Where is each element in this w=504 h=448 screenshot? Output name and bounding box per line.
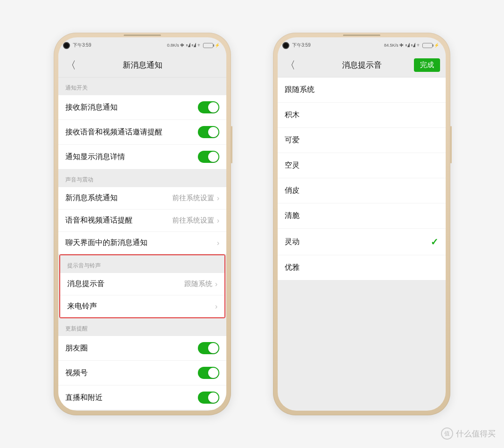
sound-label: 清脆 [285, 211, 300, 221]
cell-label: 语音和视频通话提醒 [65, 216, 133, 225]
sound-option-lively[interactable]: 灵动 ✓ [278, 229, 446, 255]
watermark-icon: 值 [441, 427, 453, 440]
row-channels[interactable]: 视频号 [58, 361, 226, 385]
speaker-slot [343, 35, 380, 36]
screen-right: 下午3:59 84.5K/s ✱ ▯◢ ▯◢ ᯤ ⚡ 〈 消息提示音 完成 跟随… [278, 37, 446, 411]
section-header: 声音与震动 [58, 169, 226, 187]
sound-option-crisp[interactable]: 清脆 [278, 203, 446, 229]
section-header: 通知开关 [58, 77, 226, 95]
chevron-right-icon: › [217, 239, 219, 247]
back-button[interactable]: 〈 [283, 56, 297, 74]
cell-label: 接收语音和视频通话邀请提醒 [65, 127, 162, 137]
cell-label: 聊天界面中的新消息通知 [65, 238, 147, 248]
cell-value: 前往系统设置 [172, 194, 214, 203]
sound-label: 灵动 [285, 237, 300, 247]
toggle-switch[interactable] [198, 342, 219, 354]
cell-label: 朋友圈 [65, 343, 88, 353]
highlighted-section: 提示音与铃声 消息提示音 跟随系统› 来电铃声 › [59, 254, 225, 318]
back-button[interactable]: 〈 [64, 56, 78, 74]
row-receive-call[interactable]: 接收语音和视频通话邀请提醒 [58, 120, 226, 145]
cell-label: 新消息系统通知 [65, 193, 118, 203]
phone-right: 下午3:59 84.5K/s ✱ ▯◢ ▯◢ ᯤ ⚡ 〈 消息提示音 完成 跟随… [273, 33, 450, 415]
status-icons: ✱ ▯◢ ▯◢ ᯤ [180, 43, 202, 48]
battery-icon [203, 43, 213, 48]
cell-label: 通知显示消息详情 [65, 152, 125, 162]
sound-label: 俏皮 [285, 186, 300, 196]
row-show-detail[interactable]: 通知显示消息详情 [58, 145, 226, 169]
toggle-switch[interactable] [198, 392, 219, 404]
net-speed: 0.8K/s [167, 43, 179, 48]
row-moments[interactable]: 朋友圈 [58, 336, 226, 361]
charging-icon: ⚡ [215, 43, 220, 48]
row-msg-sound[interactable]: 消息提示音 跟随系统› [60, 273, 224, 295]
row-receive-msg[interactable]: 接收新消息通知 [58, 95, 226, 120]
chevron-right-icon: › [217, 194, 219, 203]
speaker-slot [124, 35, 161, 36]
toggle-switch[interactable] [198, 101, 219, 113]
row-system-notify[interactable]: 新消息系统通知 前往系统设置› [58, 187, 226, 210]
done-button[interactable]: 完成 [414, 58, 440, 72]
sound-label: 优雅 [285, 263, 300, 273]
chevron-right-icon: › [217, 217, 219, 225]
cell-label: 消息提示音 [67, 279, 105, 289]
nav-bar: 〈 新消息通知 [58, 53, 226, 77]
cell-label: 视频号 [65, 368, 88, 378]
watermark-text: 什么值得买 [456, 428, 496, 439]
section-header: 更新提醒 [58, 318, 226, 336]
sound-label: 积木 [285, 110, 300, 120]
page-title: 新消息通知 [123, 60, 162, 70]
toggle-switch[interactable] [198, 126, 219, 138]
sound-option-follow-system[interactable]: 跟随系统 [278, 77, 446, 103]
watermark: 值 什么值得买 [441, 427, 496, 440]
phone-left: 下午3:59 0.8K/s ✱ ▯◢ ▯◢ ᯤ ⚡ 〈 新消息通知 通知开关 接… [54, 33, 231, 415]
page-title: 消息提示音 [342, 60, 382, 70]
sound-option-cute[interactable]: 可爱 [278, 128, 446, 153]
sound-label: 跟随系统 [285, 85, 315, 95]
row-live-nearby[interactable]: 直播和附近 [58, 385, 226, 410]
status-icons: ✱ ▯◢ ▯◢ ᯤ [399, 43, 421, 48]
sound-label: 空灵 [285, 161, 300, 170]
sound-option-elegant[interactable]: 优雅 [278, 255, 446, 280]
toggle-switch[interactable] [198, 151, 219, 163]
front-camera [282, 42, 289, 49]
nav-bar: 〈 消息提示音 完成 [278, 53, 446, 77]
section-header: 提示音与铃声 [60, 255, 224, 273]
battery-icon [422, 43, 433, 48]
screen-left: 下午3:59 0.8K/s ✱ ▯◢ ▯◢ ᯤ ⚡ 〈 新消息通知 通知开关 接… [58, 37, 226, 411]
chevron-right-icon: › [215, 302, 217, 311]
sound-option-playful[interactable]: 俏皮 [278, 178, 446, 203]
content-area[interactable]: 通知开关 接收新消息通知 接收语音和视频通话邀请提醒 通知显示消息详情 声音与震… [58, 77, 226, 411]
net-speed: 84.5K/s [384, 43, 399, 48]
row-call-remind[interactable]: 语音和视频通话提醒 前往系统设置› [58, 210, 226, 232]
chevron-right-icon: › [215, 280, 217, 288]
front-camera [63, 42, 70, 49]
row-chat-notify[interactable]: 聊天界面中的新消息通知 › [58, 232, 226, 254]
status-bar: 下午3:59 84.5K/s ✱ ▯◢ ▯◢ ᯤ ⚡ [278, 37, 446, 53]
sound-label: 可爱 [285, 135, 300, 145]
row-call-ringtone[interactable]: 来电铃声 › [60, 295, 224, 317]
toggle-switch[interactable] [198, 367, 219, 379]
sound-option-blocks[interactable]: 积木 [278, 103, 446, 128]
check-icon: ✓ [431, 236, 439, 247]
cell-label: 直播和附近 [65, 393, 103, 403]
cell-label: 接收新消息通知 [65, 103, 118, 112]
cell-value: 跟随系统 [184, 280, 212, 288]
content-area[interactable]: 跟随系统 积木 可爱 空灵 俏皮 清脆 灵动 ✓ 优雅 [278, 77, 446, 411]
sound-option-ethereal[interactable]: 空灵 [278, 153, 446, 178]
cell-label: 来电铃声 [67, 301, 97, 311]
status-time: 下午3:59 [292, 42, 310, 49]
cell-value: 前往系统设置 [172, 216, 214, 225]
status-bar: 下午3:59 0.8K/s ✱ ▯◢ ▯◢ ᯤ ⚡ [58, 37, 226, 53]
charging-icon: ⚡ [434, 43, 439, 48]
status-time: 下午3:59 [73, 42, 91, 49]
